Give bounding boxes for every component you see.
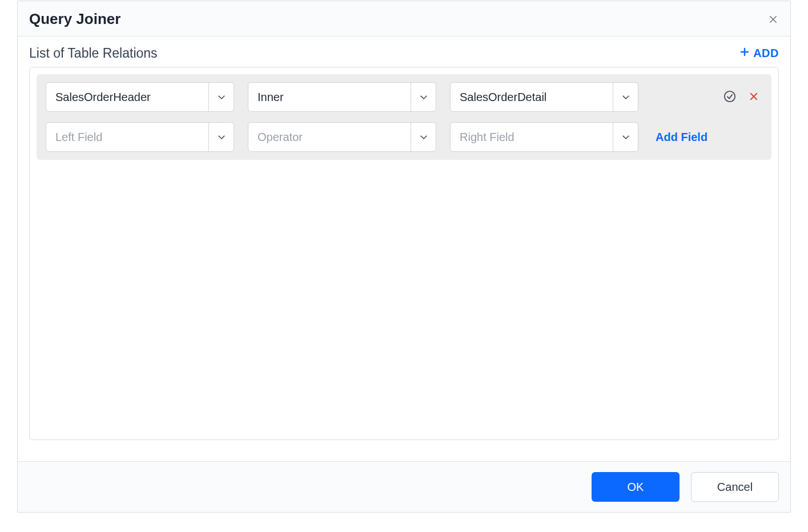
cancel-button[interactable]: Cancel xyxy=(691,472,779,502)
relation-top-row: SalesOrderHeader Inner SalesOrderDetail xyxy=(46,82,762,112)
add-relation-button[interactable]: ADD xyxy=(739,47,779,60)
section-header: List of Table Relations ADD xyxy=(29,46,779,61)
add-relation-label: ADD xyxy=(753,47,779,60)
right-table-dropdown[interactable]: SalesOrderDetail xyxy=(450,82,638,112)
dialog-title: Query Joiner xyxy=(29,10,120,28)
plus-icon xyxy=(739,47,750,60)
join-type-value: Inner xyxy=(248,83,411,111)
relation-actions xyxy=(723,90,762,104)
left-field-placeholder: Left Field xyxy=(46,123,208,151)
dialog-body: List of Table Relations ADD SalesOrderHe… xyxy=(18,37,790,461)
relation-condition-row: Left Field Operator Right Field xyxy=(46,122,762,152)
query-joiner-dialog: Query Joiner List of Table Relations ADD… xyxy=(17,1,791,513)
operator-placeholder: Operator xyxy=(248,123,411,151)
confirm-relation-button[interactable] xyxy=(723,90,736,104)
close-icon[interactable] xyxy=(767,14,779,25)
dialog-footer: OK Cancel xyxy=(18,461,790,512)
left-table-value: SalesOrderHeader xyxy=(46,83,208,111)
section-title: List of Table Relations xyxy=(29,46,158,61)
remove-icon xyxy=(749,91,759,103)
chevron-down-icon[interactable] xyxy=(208,83,234,111)
chevron-down-icon[interactable] xyxy=(613,83,638,111)
right-field-dropdown[interactable]: Right Field xyxy=(450,122,638,152)
left-field-dropdown[interactable]: Left Field xyxy=(46,122,234,152)
chevron-down-icon[interactable] xyxy=(613,123,638,151)
relation-card: SalesOrderHeader Inner SalesOrderDetail xyxy=(37,74,771,160)
left-table-dropdown[interactable]: SalesOrderHeader xyxy=(46,82,234,112)
ok-button[interactable]: OK xyxy=(592,472,680,502)
delete-relation-button[interactable] xyxy=(749,91,759,103)
dialog-header: Query Joiner xyxy=(18,1,790,37)
chevron-down-icon[interactable] xyxy=(208,123,234,151)
join-type-dropdown[interactable]: Inner xyxy=(248,82,436,112)
chevron-down-icon[interactable] xyxy=(411,83,436,111)
right-table-value: SalesOrderDetail xyxy=(451,83,613,111)
operator-dropdown[interactable]: Operator xyxy=(248,122,436,152)
relations-container: SalesOrderHeader Inner SalesOrderDetail xyxy=(29,67,779,440)
right-field-placeholder: Right Field xyxy=(451,123,613,151)
svg-point-0 xyxy=(725,91,735,101)
chevron-down-icon[interactable] xyxy=(411,123,436,151)
check-circle-icon xyxy=(723,90,736,104)
add-field-button[interactable]: Add Field xyxy=(652,131,711,144)
